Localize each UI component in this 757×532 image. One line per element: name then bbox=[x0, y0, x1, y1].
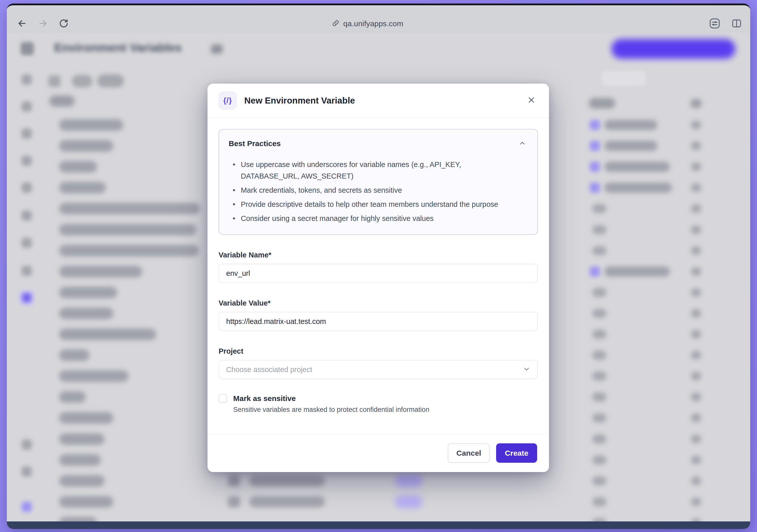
toolbar-icon-blurred bbox=[48, 75, 60, 87]
best-practices-panel: Best Practices •Use uppercase with under… bbox=[219, 129, 538, 235]
sensitive-label: Mark as sensitive bbox=[233, 394, 296, 403]
variable-name-input[interactable] bbox=[219, 264, 538, 283]
row-actions-blurred bbox=[691, 351, 701, 360]
close-icon bbox=[527, 95, 536, 105]
row-name-blurred bbox=[59, 454, 101, 466]
row-name-blurred bbox=[59, 433, 105, 445]
row-name-blurred bbox=[59, 329, 156, 340]
list-item: •Provide descriptive details to help oth… bbox=[229, 199, 513, 210]
project-empty-blurred bbox=[592, 288, 606, 297]
close-button[interactable] bbox=[525, 94, 538, 107]
masked-value-blurred bbox=[249, 475, 325, 486]
split-view-button[interactable] bbox=[730, 17, 743, 30]
variable-value-input[interactable] bbox=[219, 312, 538, 331]
variable-value-label: Variable Value* bbox=[219, 299, 538, 307]
page-title-blurred: Environment Variables bbox=[54, 41, 182, 54]
list-item-text: Use uppercase with underscores for varia… bbox=[241, 159, 513, 182]
project-empty-blurred bbox=[592, 246, 606, 255]
url-text: qa.unifyapps.com bbox=[343, 19, 403, 28]
sidebar-icon-blurred bbox=[22, 183, 32, 193]
lock-icon-blurred bbox=[228, 475, 240, 486]
row-name-blurred bbox=[59, 412, 113, 424]
reload-button[interactable] bbox=[58, 17, 70, 30]
new-variable-button-blurred[interactable] bbox=[612, 39, 735, 59]
mark-as-sensitive-row[interactable]: Mark as sensitive bbox=[219, 394, 538, 403]
collapse-panel-button[interactable] bbox=[517, 138, 528, 149]
project-empty-blurred bbox=[592, 413, 606, 422]
row-name-blurred bbox=[59, 349, 89, 361]
row-actions-blurred bbox=[691, 163, 701, 171]
row-name-blurred bbox=[59, 182, 106, 194]
row-actions-blurred bbox=[691, 372, 701, 380]
project-empty-blurred bbox=[592, 330, 606, 339]
reload-icon bbox=[58, 18, 69, 29]
column-header-actions-blurred bbox=[690, 99, 702, 108]
row-actions-blurred bbox=[691, 477, 701, 485]
new-environment-variable-modal: {/} New Environment Variable Best Practi… bbox=[207, 84, 549, 472]
row-name-blurred bbox=[59, 287, 117, 298]
modal-footer: Cancel Create bbox=[207, 434, 549, 472]
row-actions-blurred bbox=[691, 456, 701, 464]
project-name-blurred bbox=[604, 162, 670, 172]
best-practices-list: •Use uppercase with underscores for vari… bbox=[229, 159, 528, 224]
filter-chip-blurred bbox=[72, 75, 92, 87]
forward-button[interactable] bbox=[37, 17, 49, 30]
back-button[interactable] bbox=[16, 17, 28, 30]
split-view-icon bbox=[731, 18, 742, 30]
row-actions-blurred bbox=[691, 246, 701, 255]
status-pill-blurred bbox=[395, 495, 423, 508]
sensitive-checkbox[interactable] bbox=[219, 394, 227, 403]
row-actions-blurred bbox=[691, 497, 701, 506]
row-name-blurred bbox=[59, 370, 129, 382]
address-bar[interactable]: qa.unifyapps.com bbox=[332, 16, 403, 31]
row-actions-blurred bbox=[691, 141, 701, 150]
project-icon-blurred bbox=[590, 141, 600, 151]
sidebar-icon-blurred bbox=[22, 238, 32, 248]
variable-name-label: Variable Name* bbox=[219, 251, 538, 259]
title-badge-blurred bbox=[211, 45, 223, 54]
browser-window: qa.unifyapps.com Environment Variables {… bbox=[7, 4, 750, 529]
tune-button[interactable] bbox=[708, 17, 721, 30]
project-empty-blurred bbox=[592, 351, 606, 360]
create-button[interactable]: Create bbox=[496, 443, 537, 463]
project-empty-blurred bbox=[592, 309, 606, 318]
project-select[interactable]: Choose associated project bbox=[219, 360, 538, 379]
project-empty-blurred bbox=[592, 372, 606, 381]
sidebar-icon-blurred bbox=[22, 129, 32, 139]
list-item: •Mark credentials, tokens, and secrets a… bbox=[229, 184, 513, 196]
link-icon bbox=[332, 19, 340, 28]
row-actions-blurred bbox=[691, 435, 701, 443]
row-name-blurred bbox=[59, 224, 197, 235]
row-actions-blurred bbox=[691, 267, 701, 276]
project-icon-blurred bbox=[590, 266, 600, 277]
project-icon-blurred bbox=[590, 183, 600, 193]
sidebar-icon-blurred bbox=[22, 156, 32, 166]
sensitive-description: Sensitive variables are masked to protec… bbox=[233, 406, 538, 414]
project-name-blurred bbox=[604, 120, 657, 130]
row-name-blurred bbox=[59, 266, 142, 277]
project-empty-blurred bbox=[592, 225, 606, 234]
project-empty-blurred bbox=[592, 392, 606, 401]
row-name-blurred bbox=[59, 203, 200, 214]
list-item-text: Consider using a secret manager for high… bbox=[241, 213, 434, 224]
chevron-down-icon bbox=[523, 365, 530, 374]
bullet-icon: • bbox=[233, 184, 235, 196]
cancel-button[interactable]: Cancel bbox=[448, 443, 490, 463]
sidebar-icon-blurred bbox=[22, 102, 32, 111]
modal-body: Best Practices •Use uppercase with under… bbox=[207, 117, 549, 434]
bullet-icon: • bbox=[233, 159, 235, 182]
list-item: •Use uppercase with underscores for vari… bbox=[229, 159, 513, 182]
row-actions-blurred bbox=[691, 288, 701, 297]
sidebar-icon-blurred bbox=[22, 210, 32, 221]
column-header-projects-blurred bbox=[589, 98, 615, 109]
best-practices-title: Best Practices bbox=[229, 139, 281, 148]
project-placeholder: Choose associated project bbox=[226, 365, 312, 374]
status-pill-blurred bbox=[395, 474, 423, 487]
sensitive-section: Mark as sensitive Sensitive variables ar… bbox=[219, 394, 538, 414]
project-name-blurred bbox=[604, 141, 657, 151]
search-field-blurred[interactable] bbox=[602, 71, 646, 85]
sidebar-icon-blurred bbox=[22, 293, 31, 302]
project-empty-blurred bbox=[592, 455, 606, 464]
row-actions-blurred bbox=[691, 204, 701, 213]
row-name-blurred bbox=[59, 475, 105, 487]
